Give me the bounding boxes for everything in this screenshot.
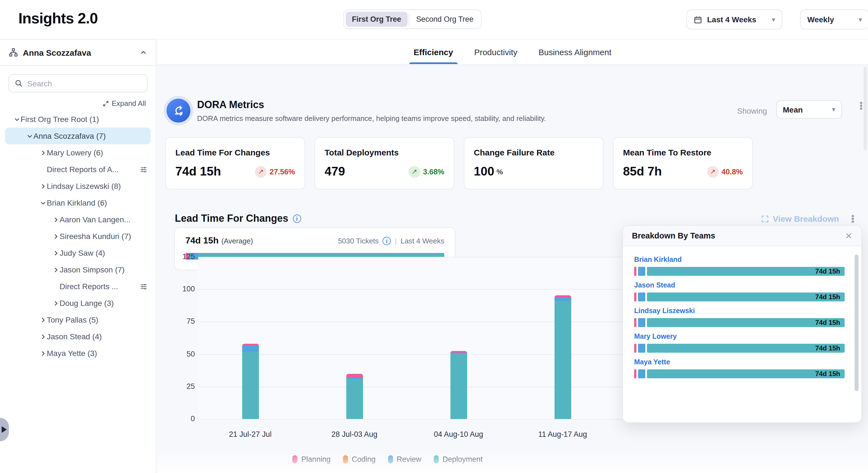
chevron-up-icon[interactable] <box>140 49 147 56</box>
tab-efficiency[interactable]: Efficiency <box>412 40 454 64</box>
chevron-right-icon[interactable] <box>52 250 60 256</box>
org-tree-icon <box>9 48 18 57</box>
tab-business-alignment[interactable]: Business Alignment <box>537 40 613 64</box>
team-name-link[interactable]: Maya Yette <box>634 358 845 366</box>
tree-item-label: Tony Pallas (5) <box>47 315 98 324</box>
expand-all-button[interactable]: Expand All <box>0 99 146 108</box>
filter-icon[interactable] <box>140 166 148 173</box>
legend-label: Deployment <box>443 455 483 464</box>
team-bar-planning <box>634 293 637 301</box>
aggregation-value: Mean <box>783 105 803 114</box>
chevron-down-icon: ▾ <box>832 106 835 113</box>
tree-item-anna-scozzafava-7[interactable]: Anna Scozzafava (7) <box>5 127 151 144</box>
metric-card-value: 479 <box>324 164 345 179</box>
team-name-link[interactable]: Jason Stead <box>634 282 845 289</box>
chevron-right-icon[interactable] <box>52 216 60 223</box>
page-scrollbar[interactable] <box>864 67 867 150</box>
metric-card-title: Total Deployments <box>324 148 444 157</box>
team-row-brian-kirkland: Brian Kirkland74d 15h <box>634 256 845 276</box>
sidebar-header[interactable]: Anna Scozzafava <box>0 39 156 66</box>
aggregation-select[interactable]: Mean ▾ <box>776 100 842 119</box>
main-tabs: EfficiencyProductivityBusiness Alignment <box>157 39 868 65</box>
dora-menu-button[interactable]: ••• <box>860 101 863 110</box>
trend-percent: 27.56% <box>270 168 295 176</box>
y-tick-label: 0 <box>173 414 195 423</box>
tree-item-mary-lowery-6[interactable]: Mary Lowery (6) <box>5 144 151 161</box>
team-bar-planning <box>634 369 637 378</box>
tree-item-doug-lange-3[interactable]: Doug Lange (3) <box>5 295 151 312</box>
chart-bar-1[interactable] <box>242 344 259 419</box>
team-bar-planning <box>634 318 637 327</box>
tree-item-jason-stead-4[interactable]: Jason Stead (4) <box>5 328 151 345</box>
team-name-link[interactable]: Lindsay Liszewski <box>634 307 845 315</box>
team-bar-review <box>638 369 645 378</box>
chevron-down-icon[interactable] <box>13 116 21 122</box>
info-icon[interactable]: i <box>292 214 301 223</box>
chevron-down-icon[interactable] <box>39 200 47 206</box>
toggle-second-org-tree[interactable]: Second Org Tree <box>410 12 479 27</box>
tree-item-sireesha-kunduri-7[interactable]: Sireesha Kunduri (7) <box>5 228 151 244</box>
chevron-right-icon[interactable] <box>39 183 47 189</box>
date-range-select[interactable]: Last 4 Weeks ▾ <box>686 9 782 30</box>
view-breakdown-button[interactable]: View Breakdown <box>761 214 839 224</box>
chevron-down-icon[interactable] <box>26 133 33 139</box>
tree-item-brian-kirkland-6[interactable]: Brian Kirkland (6) <box>5 195 151 211</box>
team-row-lindsay-liszewski: Lindsay Liszewski74d 15h <box>634 307 845 327</box>
chevron-right-icon[interactable] <box>39 150 47 156</box>
lead-time-menu-button[interactable]: ••• <box>851 214 855 223</box>
search-input[interactable] <box>27 79 142 88</box>
chevron-right-icon[interactable] <box>52 300 60 306</box>
efficiency-content: DORA Metrics DORA metrics measure softwa… <box>157 65 868 473</box>
toggle-first-org-tree[interactable]: First Org Tree <box>346 12 407 27</box>
chevron-right-icon[interactable] <box>39 317 47 323</box>
tree-item-aaron-van-langen[interactable]: Aaron Van Langen... <box>5 211 151 228</box>
legend-swatch-review <box>388 455 393 464</box>
team-value: 74d 15h <box>815 319 840 326</box>
trend-badge: ↗40.8% <box>707 166 743 177</box>
dora-metrics-icon <box>166 98 190 123</box>
legend-item-coding[interactable]: Coding <box>343 455 376 464</box>
team-phase-bar: 74d 15h <box>634 318 845 327</box>
tree-item-tony-pallas-5[interactable]: Tony Pallas (5) <box>5 312 151 328</box>
chevron-down-icon: ▾ <box>859 16 862 23</box>
team-bar-planning <box>634 267 637 276</box>
close-icon[interactable]: ✕ <box>845 230 852 241</box>
tree-item-lindsay-liszewski-8[interactable]: Lindsay Liszewski (8) <box>5 178 151 195</box>
tab-productivity[interactable]: Productivity <box>473 40 518 64</box>
team-name-link[interactable]: Brian Kirkland <box>634 256 845 264</box>
tree-item-label: Lindsay Liszewski (8) <box>47 182 121 190</box>
view-breakdown-label: View Breakdown <box>773 214 839 224</box>
info-icon[interactable]: i <box>382 237 391 245</box>
bar-segment-planning <box>450 351 467 353</box>
legend-item-deployment[interactable]: Deployment <box>434 455 483 464</box>
granularity-select[interactable]: Weekly ▾ <box>800 9 868 30</box>
chart-bar-2[interactable] <box>346 374 363 419</box>
play-icon <box>2 426 7 433</box>
team-name-link[interactable]: Mary Lowery <box>634 333 845 341</box>
chevron-right-icon[interactable] <box>52 233 60 239</box>
metric-card-lead-time-for-changes: Lead Time For Changes74d 15h↗27.56% <box>165 137 305 189</box>
tree-item-direct-reports[interactable]: Direct Reports ... <box>5 278 151 295</box>
tree-item-jason-simpson-7[interactable]: Jason Simpson (7) <box>5 261 151 278</box>
bar-segment-deployment <box>450 354 467 419</box>
tree-item-maya-yette-3[interactable]: Maya Yette (3) <box>5 345 151 361</box>
y-tick-label: 125 <box>173 253 195 261</box>
tree-item-direct-reports-of-a[interactable]: Direct Reports of A... <box>5 161 151 178</box>
filter-icon[interactable] <box>140 283 148 290</box>
summary-tickets: 5030 Tickets <box>338 237 379 245</box>
chart-bar-4[interactable] <box>554 295 571 419</box>
tree-item-first-org-tree-root-1[interactable]: First Org Tree Root (1) <box>5 111 151 127</box>
legend-item-review[interactable]: Review <box>388 455 422 464</box>
chart-bar-3[interactable] <box>450 351 467 419</box>
legend-item-planning[interactable]: Planning <box>292 455 331 464</box>
chevron-right-icon[interactable] <box>39 333 47 339</box>
chevron-right-icon[interactable] <box>39 350 47 356</box>
panel-scrollbar[interactable] <box>855 255 859 391</box>
y-tick-label: 100 <box>173 285 195 293</box>
team-bar-review <box>638 267 645 276</box>
tree-item-label: Direct Reports ... <box>60 282 118 291</box>
team-phase-bar: 74d 15h <box>634 344 845 353</box>
tree-item-judy-saw-4[interactable]: Judy Saw (4) <box>5 244 151 261</box>
chevron-right-icon[interactable] <box>52 267 60 273</box>
expand-all-label: Expand All <box>112 99 146 108</box>
